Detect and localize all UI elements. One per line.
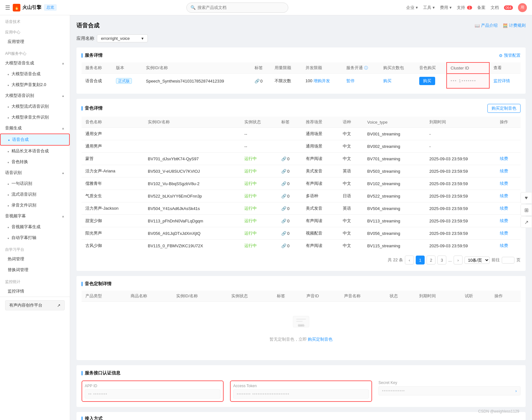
sidebar-item-file-recog[interactable]: 录音文件识别 [0, 200, 70, 211]
arrow-right-icon[interactable]: › [515, 388, 517, 393]
sidebar-item-auto-subtitle[interactable]: 自动字幕打轴 [0, 232, 70, 243]
nav-tools[interactable]: 工具▾ [423, 5, 435, 11]
goto-page-input[interactable] [502, 257, 514, 264]
td-voice-expiry: 2025-09-03 23:59:59 [426, 190, 496, 202]
td-voice-label: 🔗0 [277, 202, 302, 215]
renew-link[interactable]: 续费 [500, 193, 508, 198]
sidebar-item-monitor-detail[interactable]: 监控详情 [0, 286, 70, 297]
td-voice-name: 甜宠少御 [82, 215, 144, 227]
connect-section: 接入方式 [76, 412, 526, 420]
page-btn-3[interactable]: 3 [437, 256, 446, 264]
sidebar-item-hotword[interactable]: 热词管理 [0, 254, 70, 264]
sidebar-item-video-subtitle[interactable]: 音视频字幕生成 [0, 221, 70, 232]
th-voice-name: 音色名称 [82, 117, 144, 128]
td-voice-scene: 有声阅读 [302, 240, 339, 252]
sidebar-item-replace[interactable]: 替换词管理 [0, 264, 70, 275]
td-voice-op: 续费 [496, 190, 521, 202]
td-voice-label [277, 140, 302, 153]
sidebar-content-creation-btn[interactable]: 有声内容创作平台 ↗ [5, 300, 65, 310]
empty-state-row: EMP1+- 暂无定制音色，立即 购买定制音色 [82, 302, 521, 355]
app-name-label: 应用名称 [76, 36, 94, 41]
td-voice-status: -- [241, 140, 277, 153]
sidebar-group-large-model-asr[interactable]: 大模型语音识别 ▲ [0, 90, 70, 101]
hamburger-icon[interactable]: ☰ [5, 4, 10, 11]
renew-link[interactable]: 续费 [500, 231, 508, 235]
voice-table-row: 儒雅青年 BV102_Vu-BbqSSgzbV8u-2 运行中 🔗0 有声阅读 … [82, 177, 521, 190]
sidebar-item-app-manage[interactable]: 应用管理 [0, 36, 70, 47]
app-id-item: APP ID •• •••••••• [82, 380, 224, 402]
billing-rules-link[interactable]: 🧮 计费规则 [503, 23, 526, 28]
nav-support[interactable]: 支持 1 [457, 5, 472, 11]
service-info-icon[interactable]: ⓘ [364, 66, 368, 70]
sidebar-bottom[interactable]: 有声内容创作平台 ↗ [0, 297, 70, 314]
th-voice-scene: 推荐场景 [302, 117, 339, 128]
sidebar-group-subtitles[interactable]: 音视频字幕 ▲ [0, 211, 70, 221]
renew-link[interactable]: 续费 [500, 156, 508, 161]
access-token-item: Access Token •••••••• ••••••••••••••••••… [230, 380, 372, 402]
floating-btn-external[interactable]: ↗ [521, 216, 532, 228]
voice-table-row: 活力男声-Jackson BV504_Y41sAd6JkAsSk41s 运行中 … [82, 202, 521, 215]
logo: 🔥 火山引擎 [13, 4, 41, 11]
search-bar[interactable]: 🔍 [186, 3, 288, 13]
buy-concurrency-link[interactable]: 增购并发 [313, 78, 330, 83]
nav-enterprise[interactable]: 企业▾ [406, 5, 418, 11]
per-page-select[interactable]: 10条/页 [464, 257, 490, 264]
version-tag: 正式版 [116, 78, 132, 84]
renew-link[interactable]: 续费 [500, 169, 508, 173]
main-content: 语音合成 📖 产品介绍 🧮 计费规则 应用名称 errorright_voice… [70, 15, 532, 420]
nav-docs[interactable]: 文档 [491, 5, 499, 11]
td-voice-name: 通用女声 [82, 128, 144, 140]
buy-custom-link[interactable]: 购买定制音色 [308, 337, 333, 342]
sidebar-group-audio-gen[interactable]: 音频生成 ▲ [0, 123, 70, 134]
td-quota: 不限次数 [271, 74, 301, 89]
td-voice-scene: 有声阅读 [302, 177, 339, 190]
sidebar-item-stream-recog[interactable]: 流式语音识别 [0, 189, 70, 200]
floating-btn-heart[interactable]: ♥ [521, 192, 532, 204]
sidebar-item-large-model-tts[interactable]: 大模型语音合成 [0, 69, 70, 79]
sidebar-item-large-model-clone[interactable]: 大模型声音复刻2.0 [0, 79, 70, 90]
prev-page-btn[interactable]: ‹ [405, 256, 414, 264]
service-detail-section: 服务详情 ⚙ 预管配置 服务名称 版本 实例ID/名称 标签 用量限额 并发限额 [76, 47, 526, 94]
buy-custom-voice-btn[interactable]: 购买定制音色 [487, 104, 521, 113]
floating-btn-grid[interactable]: ⊞ [521, 204, 532, 216]
td-voice-expiry: 2025-09-03 23:59:59 [426, 153, 496, 165]
view-monitor-link[interactable]: 监控详情 [493, 78, 510, 83]
renew-link[interactable]: 续费 [500, 243, 508, 248]
app-name-row: 应用名称 errorright_voice ▾ [76, 34, 526, 42]
td-voice-status: 运行中 [241, 227, 277, 240]
sidebar-item-long-text-tts[interactable]: 精品长文本语音合成 [0, 146, 70, 156]
search-input[interactable] [198, 5, 284, 10]
th-version: 版本 [112, 62, 142, 74]
td-voice-status: 运行中 [241, 153, 277, 165]
notification-badge[interactable]: 064 [504, 5, 513, 10]
th-voice-label: 标签 [277, 117, 302, 128]
user-avatar[interactable]: 用 [518, 3, 527, 12]
page-btn-2[interactable]: 2 [427, 256, 435, 264]
sidebar-item-voice-convert[interactable]: 音色转换 [0, 156, 70, 167]
service-status-link[interactable]: 暂停 [346, 78, 355, 83]
sidebar-item-file-asr[interactable]: 大模型录音文件识别 [0, 112, 70, 123]
renew-link[interactable]: 续费 [500, 218, 508, 223]
buy-package-link[interactable]: 购买 [383, 78, 392, 83]
td-voice-op: 续费 [496, 215, 521, 227]
app-name-select[interactable]: errorright_voice ▾ [97, 34, 148, 42]
product-intro-link[interactable]: 📖 产品介绍 [475, 23, 498, 28]
sidebar-monitor: 监控统计 [0, 275, 70, 286]
sidebar-group-speech-recog[interactable]: 语音识别 ▲ [0, 167, 70, 178]
sidebar-item-stream-asr[interactable]: 大模型流式语音识别 [0, 101, 70, 112]
preview-config-btn[interactable]: ⚙ 预管配置 [499, 53, 521, 58]
th-custom-expiry: 到期时间 [415, 291, 461, 302]
voice-table-row: 甜宠少御 BV113_pFhDnN0VaFLqDgqm 运行中 🔗0 有声阅读 … [82, 215, 521, 227]
sidebar-group-large-model-audio[interactable]: 大模型语音生成 ▲ [0, 58, 70, 69]
next-page-btn[interactable]: › [454, 256, 463, 264]
nav-billing[interactable]: 费用▾ [440, 5, 452, 11]
td-voice-name: 通用男声 [82, 140, 144, 153]
renew-link[interactable]: 续费 [500, 181, 508, 186]
renew-link[interactable]: 续费 [500, 206, 508, 211]
page-btn-1[interactable]: 1 [416, 256, 425, 264]
nav-filing[interactable]: 备案 [477, 5, 485, 11]
audio-buy-btn[interactable]: 购买 [419, 77, 435, 85]
sidebar-item-tts-active[interactable]: 语音合成 [0, 134, 70, 146]
sidebar-item-short-recog[interactable]: 一句话识别 [0, 178, 70, 189]
breadcrumb-tag[interactable]: 总览 [44, 4, 57, 11]
